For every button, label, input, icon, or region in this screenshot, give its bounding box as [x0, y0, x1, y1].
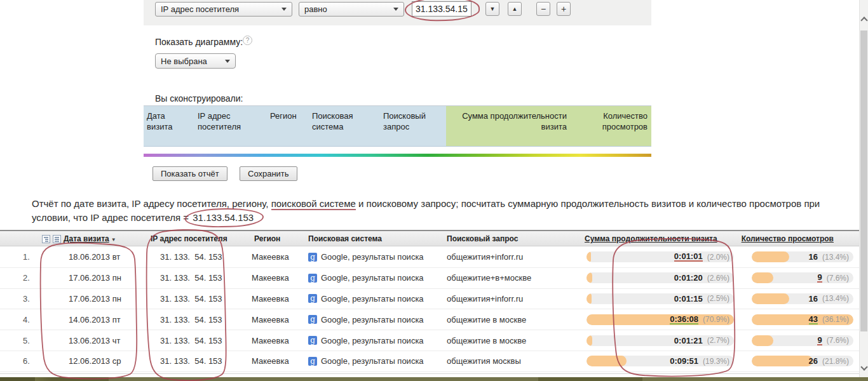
- row-duration-cell: 0:01:21 (2.7%): [587, 335, 739, 346]
- description-part1: Отчёт по дате визита, IP адресу посетите…: [32, 198, 271, 209]
- row-date: 17.06.2013 пн: [38, 294, 146, 304]
- constructed-columns-preview: Дата визита IP адрес посетителя Регион П…: [144, 105, 651, 147]
- filter-operator-value: равно: [304, 4, 390, 14]
- duration-value[interactable]: 0:36:08: [670, 315, 698, 324]
- row-date: 18.06.2013 вт: [38, 252, 146, 262]
- views-bar: 9 (7.6%): [752, 335, 853, 346]
- diagram-select[interactable]: Не выбрана: [155, 53, 236, 69]
- show-report-button[interactable]: Показать отчёт: [153, 166, 227, 181]
- duration-percent: (2.7%): [707, 336, 729, 345]
- views-value[interactable]: 16: [809, 253, 818, 261]
- row-number: 4.: [0, 315, 38, 324]
- bottom-edge-bar: [0, 377, 868, 381]
- row-region: Макеевка: [250, 252, 307, 262]
- scroll-up-icon[interactable]: [860, 17, 867, 23]
- views-value[interactable]: 16: [809, 295, 818, 303]
- row-date: 17.06.2013 пн: [38, 273, 146, 283]
- duration-value[interactable]: 0:01:21: [674, 337, 703, 345]
- row-duration-cell: 0:09:51 (19.3%): [587, 356, 739, 366]
- list-view-icon[interactable]: [53, 235, 61, 243]
- duration-value[interactable]: 0:01:01: [674, 252, 703, 262]
- duration-bar: 0:09:51 (19.3%): [587, 356, 734, 366]
- views-value[interactable]: 26: [809, 357, 818, 365]
- row-date: 12.06.2013 ср: [38, 356, 146, 366]
- views-percent: (21.8%): [822, 357, 849, 366]
- row-views-cell: 26 (21.8%): [739, 356, 857, 366]
- duration-value[interactable]: 0:09:51: [670, 357, 698, 365]
- header-views[interactable]: Количество просмотров: [734, 234, 834, 243]
- row-region: Макеевка: [250, 273, 307, 283]
- row-views-cell: 43 (36.1%): [739, 314, 857, 325]
- constructed-col-engine: Поисковая система: [309, 106, 380, 146]
- sort-desc-icon: ▼: [111, 237, 116, 243]
- filter-panel: IP адрес посетителя равно: [144, 0, 651, 25]
- diagram-label: Показать диаграмму:: [155, 37, 243, 47]
- filter-value-input[interactable]: [412, 1, 471, 17]
- rainbow-divider: [144, 154, 651, 157]
- duration-value[interactable]: 0:01:20: [674, 274, 703, 282]
- views-bar: 16 (13.4%): [752, 293, 853, 304]
- views-value[interactable]: 9: [817, 273, 822, 283]
- constructed-col-ip: IP адрес посетителя: [194, 106, 267, 146]
- views-percent: (36.1%): [822, 315, 849, 324]
- move-condition-up-button[interactable]: ▲: [508, 2, 522, 16]
- row-search-query: общежития+inforr.ru: [445, 294, 587, 304]
- row-region: Макеевка: [250, 336, 307, 345]
- google-icon: g: [308, 336, 317, 345]
- scrollbar-thumb[interactable]: [860, 30, 867, 331]
- row-number: 5.: [0, 336, 38, 345]
- row-number: 3.: [0, 294, 38, 304]
- row-number: 2.: [0, 273, 38, 283]
- row-engine-label: Google, результаты поиска: [321, 356, 424, 366]
- header-query: Поисковый запрос: [447, 234, 518, 243]
- add-condition-button[interactable]: +: [557, 2, 571, 16]
- help-icon[interactable]: ?: [243, 36, 252, 45]
- row-search-engine: g Google, результаты поиска: [307, 252, 445, 262]
- table-row: 3. 17.06.2013 пн 31. 133. 54. 153 Макеев…: [0, 289, 868, 310]
- row-duration-cell: 0:01:01 (2.0%): [587, 251, 739, 262]
- constructed-title: Вы сконструировали:: [155, 93, 243, 104]
- google-icon: g: [308, 357, 317, 366]
- tree-view-icon[interactable]: [42, 235, 50, 243]
- remove-condition-button[interactable]: −: [536, 2, 550, 16]
- filter-field-select[interactable]: IP адрес посетителя: [155, 2, 292, 17]
- google-icon: g: [308, 294, 317, 303]
- row-region: Макеевка: [250, 315, 307, 324]
- constructed-col-query: Поисковый запрос: [380, 106, 446, 146]
- scroll-down-icon[interactable]: [860, 363, 867, 370]
- report-table-body: 1. 18.06.2013 вт 31. 133. 54. 153 Макеев…: [0, 247, 868, 372]
- constructed-col-date: Дата визита: [144, 106, 194, 146]
- header-date[interactable]: Дата визита▼: [64, 234, 116, 243]
- row-search-query: общежитие в москве: [445, 315, 587, 324]
- move-condition-down-button[interactable]: ▼: [485, 2, 499, 16]
- table-bottom-divider: [0, 373, 868, 374]
- constructed-col-views: Количество просмотров: [571, 106, 651, 146]
- views-value[interactable]: 9: [817, 336, 822, 345]
- row-date: 13.06.2013 чт: [38, 336, 146, 345]
- report-description: Отчёт по дате визита, IP адресу посетите…: [32, 197, 827, 225]
- duration-bar: 0:36:08 (70.9%): [587, 314, 734, 325]
- description-underlined-phrase: поисковой системе: [271, 198, 356, 210]
- row-engine-label: Google, результаты поиска: [321, 336, 424, 345]
- row-engine-label: Google, результаты поиска: [321, 294, 424, 304]
- report-table-header: Дата визита▼ IP адрес посетителя Регион …: [0, 230, 868, 246]
- metrica-report-constructor-page: IP адрес посетителя равно ▼ ▲ − + Показа…: [0, 0, 868, 381]
- chevron-down-icon: [281, 8, 287, 11]
- views-percent: (13.4%): [822, 253, 849, 262]
- row-region: Макеевка: [250, 294, 307, 304]
- duration-value[interactable]: 0:01:15: [674, 295, 703, 303]
- duration-percent: (70.9%): [703, 315, 729, 324]
- row-number: 6.: [0, 356, 38, 366]
- row-search-query: общежития+inforr.ru: [445, 252, 587, 262]
- row-search-engine: g Google, результаты поиска: [307, 273, 445, 283]
- save-button[interactable]: Сохранить: [240, 166, 297, 181]
- google-icon: g: [308, 274, 317, 283]
- header-duration[interactable]: Сумма продолжительности визита: [585, 234, 713, 243]
- google-icon: g: [308, 253, 317, 262]
- views-value[interactable]: 43: [809, 315, 818, 324]
- row-duration-cell: 0:01:20 (2.6%): [587, 272, 739, 283]
- filter-operator-select[interactable]: равно: [299, 2, 404, 17]
- row-ip: 31. 133. 54. 153: [146, 294, 250, 304]
- vertical-scrollbar[interactable]: [859, 0, 868, 377]
- row-ip: 31. 133. 54. 153: [146, 252, 250, 262]
